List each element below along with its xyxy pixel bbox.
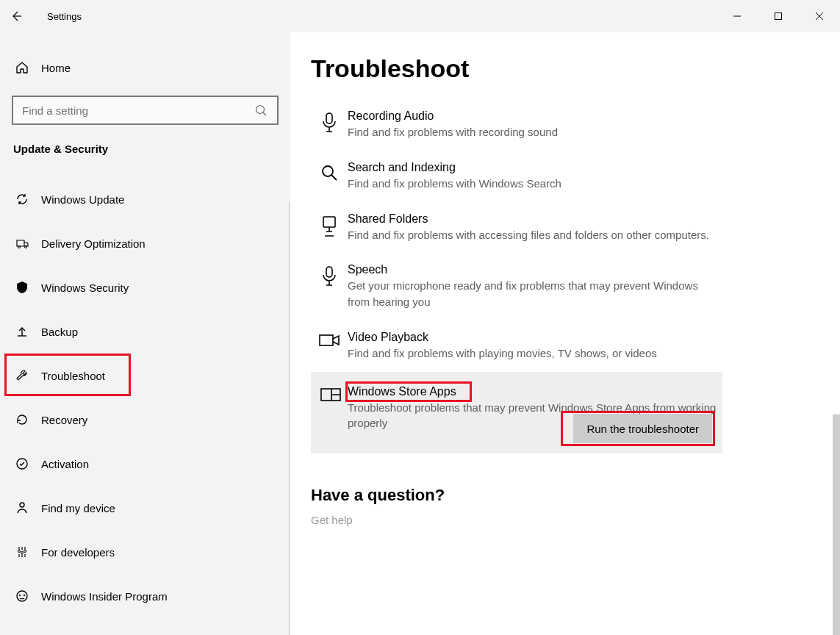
sidebar-home-label: Home <box>31 62 71 74</box>
sidebar-item-label: Recovery <box>31 414 87 426</box>
troubleshooter-title: Video Playback <box>348 331 722 344</box>
sync-icon <box>13 192 31 207</box>
troubleshooter-desc: Find and fix problems with playing movie… <box>348 345 722 362</box>
video-icon <box>311 331 348 362</box>
sidebar-item-recovery[interactable]: Recovery <box>0 398 290 442</box>
troubleshooter-title: Windows Store Apps <box>348 385 456 398</box>
svg-point-13 <box>323 166 333 176</box>
troubleshooter-title: Recording Audio <box>348 110 722 123</box>
back-button[interactable] <box>0 0 32 32</box>
troubleshooter-search-indexing[interactable]: Search and Indexing Find and fix problem… <box>311 151 722 202</box>
troubleshooter-list: Recording Audio Find and fix problems wi… <box>311 99 722 453</box>
troubleshooter-desc: Find and fix problems with recording sou… <box>348 124 722 140</box>
svg-rect-0 <box>775 13 782 20</box>
troubleshooter-video-playback[interactable]: Video Playback Find and fix problems wit… <box>311 320 722 372</box>
svg-point-7 <box>21 552 24 554</box>
main-content: Troubleshoot Recording Audio Find and fi… <box>290 32 840 635</box>
svg-point-1 <box>256 106 265 114</box>
get-help-link[interactable]: Get help <box>311 514 840 526</box>
recovery-icon <box>13 412 31 427</box>
svg-rect-14 <box>323 217 335 227</box>
microphone-icon <box>311 263 348 310</box>
sidebar-item-delivery-optimization[interactable]: Delivery Optimization <box>0 221 290 265</box>
svg-rect-15 <box>326 267 332 277</box>
sidebar-item-label: Delivery Optimization <box>31 237 146 250</box>
sidebar: Home Update & Security Windows Update <box>0 32 290 635</box>
troubleshooter-speech[interactable]: Speech Get your microphone ready and fix… <box>311 253 722 320</box>
titlebar: Settings <box>0 0 840 32</box>
delivery-icon <box>13 236 31 251</box>
search-box[interactable] <box>12 96 279 125</box>
maximize-button[interactable] <box>758 0 799 32</box>
svg-point-6 <box>18 550 21 553</box>
svg-point-2 <box>18 246 21 248</box>
microphone-icon <box>311 110 348 140</box>
troubleshooter-title: Search and Indexing <box>348 161 722 174</box>
insider-icon <box>13 589 31 603</box>
sidebar-home[interactable]: Home <box>0 51 290 84</box>
page-title: Troubleshoot <box>311 54 840 83</box>
search-input[interactable] <box>13 104 245 117</box>
svg-point-8 <box>24 550 26 553</box>
activation-icon <box>13 456 31 471</box>
sidebar-item-label: Backup <box>31 326 78 338</box>
search-icon <box>245 104 277 117</box>
sidebar-item-windows-update[interactable]: Windows Update <box>0 177 290 221</box>
sidebar-nav: Windows Update Delivery Optimization Win… <box>0 170 290 618</box>
svg-point-3 <box>25 246 27 248</box>
find-device-icon <box>13 501 31 515</box>
window-title: Settings <box>32 11 82 22</box>
sidebar-item-label: For developers <box>31 546 115 559</box>
sidebar-item-find-my-device[interactable]: Find my device <box>0 486 290 530</box>
troubleshooter-recording-audio[interactable]: Recording Audio Find and fix problems wi… <box>311 99 722 151</box>
sidebar-item-windows-security[interactable]: Windows Security <box>0 265 290 309</box>
sidebar-item-for-developers[interactable]: For developers <box>0 530 290 574</box>
developers-icon <box>13 545 31 559</box>
troubleshooter-shared-folders[interactable]: Shared Folders Find and fix problems wit… <box>311 202 722 254</box>
sidebar-item-label: Windows Security <box>31 281 129 294</box>
svg-rect-12 <box>326 113 332 123</box>
troubleshooter-windows-store-apps[interactable]: Windows Store Apps Troubleshoot problems… <box>311 372 722 454</box>
scrollbar-thumb[interactable] <box>833 415 840 635</box>
sidebar-item-label: Windows Update <box>31 193 124 206</box>
shield-icon <box>13 280 31 295</box>
svg-rect-16 <box>320 335 333 345</box>
svg-point-5 <box>20 503 24 507</box>
troubleshooter-title: Speech <box>348 263 722 276</box>
troubleshooter-desc: Get your microphone ready and fix proble… <box>348 278 722 310</box>
close-button[interactable] <box>799 0 840 32</box>
sidebar-item-troubleshoot[interactable]: Troubleshoot <box>0 354 290 398</box>
store-apps-icon <box>311 385 348 432</box>
home-icon <box>13 60 31 75</box>
troubleshooter-title: Shared Folders <box>348 212 722 226</box>
backup-icon <box>13 324 31 339</box>
search-icon <box>311 161 348 192</box>
sidebar-item-label: Activation <box>31 458 89 470</box>
main-scrollbar[interactable] <box>833 47 840 635</box>
run-troubleshooter-button[interactable]: Run the troubleshooter <box>573 414 712 443</box>
sidebar-category: Update & Security <box>0 143 290 170</box>
sidebar-item-activation[interactable]: Activation <box>0 442 290 486</box>
svg-point-9 <box>17 591 27 601</box>
sidebar-item-backup[interactable]: Backup <box>0 309 290 354</box>
sidebar-item-label: Windows Insider Program <box>31 590 168 603</box>
sidebar-item-label: Find my device <box>31 502 115 514</box>
minimize-button[interactable] <box>717 0 758 32</box>
have-a-question-heading: Have a question? <box>311 486 840 505</box>
svg-point-4 <box>17 459 27 469</box>
wrench-icon <box>13 368 31 383</box>
troubleshooter-desc: Find and fix problems with accessing fil… <box>348 227 722 243</box>
shared-folders-icon <box>311 212 348 243</box>
svg-point-10 <box>19 595 21 596</box>
svg-point-11 <box>24 595 25 596</box>
sidebar-item-label: Troubleshoot <box>31 370 105 382</box>
troubleshooter-desc: Find and fix problems with Windows Searc… <box>348 176 722 192</box>
sidebar-item-windows-insider[interactable]: Windows Insider Program <box>0 574 290 618</box>
